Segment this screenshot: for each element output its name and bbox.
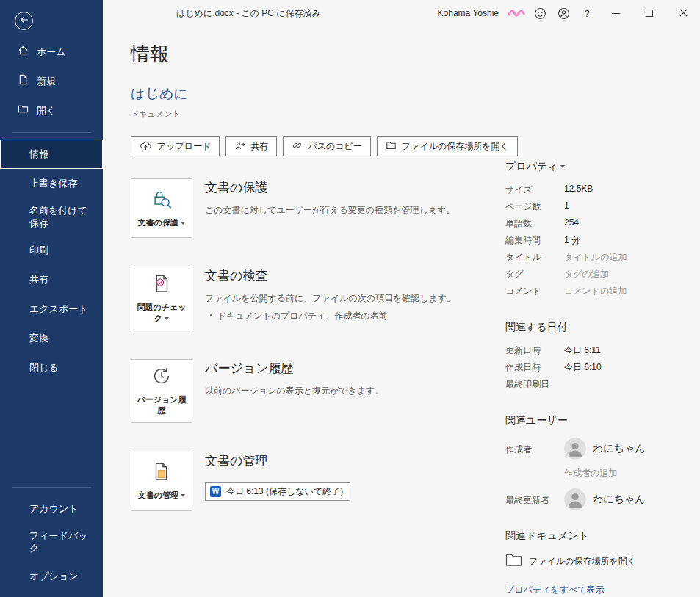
date-row-created: 作成日時 今日 6:10: [505, 361, 671, 378]
section-title: 文書の管理: [205, 452, 350, 469]
check-for-issues-button[interactable]: 問題のチェック: [131, 267, 192, 330]
open-file-location-label: ファイルの保存場所を開く: [402, 140, 509, 153]
modifier-person-card[interactable]: わにちゃん: [564, 488, 646, 510]
document-type-label: ドキュメント: [131, 109, 497, 120]
open-file-location-row-label: ファイルの保存場所を開く: [529, 555, 636, 568]
sidebar-item-save[interactable]: 上書き保存: [0, 169, 103, 198]
property-row-edit-time: 編集時間 1 分: [505, 234, 671, 251]
upload-cloud-icon: [140, 140, 152, 153]
sidebar-item-feedback[interactable]: フィードバック: [0, 524, 103, 562]
related-dates-heading: 関連する日付: [505, 321, 671, 334]
properties-heading[interactable]: プロパティ: [505, 160, 671, 173]
back-arrow-icon: [19, 15, 29, 28]
sidebar-divider: [12, 487, 91, 488]
feedback-smiley-icon[interactable]: [528, 0, 552, 26]
document-name: はじめに: [131, 84, 497, 104]
related-people-heading: 関連ユーザー: [505, 414, 671, 427]
share-icon: [234, 140, 245, 153]
protect-document-button[interactable]: 文書の保護: [131, 178, 192, 238]
close-icon: [679, 7, 688, 20]
sidebar-item-label: 変換: [29, 333, 48, 345]
sidebar-item-transform[interactable]: 変換: [0, 325, 103, 354]
show-all-properties-link[interactable]: プロパティをすべて表示: [505, 584, 605, 596]
bullet-icon: [210, 314, 212, 316]
sidebar-item-label: 上書き保存: [29, 178, 77, 190]
word-app-icon: W: [210, 486, 221, 497]
section-description: 以前のバージョンの表示と復元ができます。: [205, 384, 383, 397]
minimize-icon: [612, 13, 620, 14]
property-row-words: 単語数 254: [505, 217, 671, 234]
share-button-label: 共有: [250, 140, 268, 153]
sidebar-item-label: 印刷: [29, 245, 48, 257]
close-button[interactable]: [666, 0, 700, 26]
maximize-button[interactable]: [632, 0, 666, 26]
property-row-title: タイトル タイトルの追加: [505, 251, 671, 268]
account-user-name[interactable]: Kohama Yoshie: [438, 8, 499, 18]
info-page: 情報 はじめに ドキュメント アップロード 共有: [103, 26, 700, 597]
author-row: 作成者 わにちゃん: [505, 438, 671, 460]
author-person-card[interactable]: わにちゃん: [564, 438, 646, 460]
modifier-name: わにちゃん: [593, 493, 646, 506]
section-protect-document: 文書の保護 文書の保護 この文書に対してユーザーが行える変更の種類を管理します。: [131, 178, 497, 238]
inspect-document-icon: [151, 272, 173, 297]
folder-icon: [386, 140, 397, 153]
minimize-button[interactable]: [599, 0, 632, 26]
unsaved-version-label: 今日 6:13 (保存しないで終了): [226, 485, 343, 498]
section-inspect-document: 問題のチェック 文書の検査 ファイルを公開する前に、ファイルの次の項目を確認しま…: [131, 267, 497, 330]
sidebar-item-label: 開く: [37, 105, 56, 117]
section-description: この文書に対してユーザーが行える変更の種類を管理します。: [205, 203, 455, 217]
sidebar-item-label: 閉じる: [29, 362, 59, 375]
folder-large-icon: [505, 553, 522, 569]
home-icon: [18, 45, 29, 59]
add-title-link[interactable]: タイトルの追加: [564, 251, 627, 264]
sidebar-item-home[interactable]: ホーム: [0, 37, 103, 67]
section-version-history: バージョン履歴 バージョン履歴 以前のバージョンの表示と復元ができます。: [131, 359, 497, 423]
upload-button-label: アップロード: [157, 140, 211, 153]
add-comments-link[interactable]: コメントの追加: [564, 285, 627, 297]
version-history-button-label: バージョン履歴: [134, 394, 190, 417]
sidebar-item-new[interactable]: 新規: [0, 67, 103, 96]
window-title: はじめに.docx - この PC に保存済み: [176, 0, 321, 26]
manage-document-button[interactable]: 文書の管理: [131, 452, 192, 511]
sidebar-item-print[interactable]: 印刷: [0, 236, 103, 266]
word-backstage-window: ホーム 新規 開く 情報 上書き保存 名前を付けて保存 印刷 共有: [0, 0, 700, 597]
sidebar-item-label: アカウント: [29, 503, 79, 515]
open-file-location-button[interactable]: ファイルの保存場所を開く: [377, 136, 518, 156]
related-documents-heading: 関連ドキュメント: [505, 529, 671, 543]
share-button[interactable]: 共有: [225, 136, 277, 156]
sidebar-item-options[interactable]: オプション: [0, 562, 103, 591]
protect-document-button-label: 文書の保護: [138, 217, 185, 228]
date-row-last-printed: 最終印刷日: [505, 378, 671, 395]
sidebar-item-close[interactable]: 閉じる: [0, 354, 103, 383]
section-title: 文書の検査: [205, 267, 455, 284]
sidebar-item-save-as[interactable]: 名前を付けて保存: [0, 198, 103, 236]
sidebar-item-info[interactable]: 情報: [0, 140, 103, 169]
back-button[interactable]: [15, 12, 33, 30]
sidebar-item-export[interactable]: エクスポート: [0, 295, 103, 325]
sidebar-item-share[interactable]: 共有: [0, 266, 103, 295]
sidebar-item-account[interactable]: アカウント: [0, 494, 103, 524]
copy-path-button[interactable]: パスのコピー: [283, 136, 370, 156]
add-tags-link[interactable]: タグの追加: [564, 268, 609, 281]
new-document-icon: [18, 74, 29, 89]
help-button[interactable]: ?: [575, 0, 599, 26]
avatar-scribble[interactable]: [505, 0, 528, 26]
section-manage-document: 文書の管理 文書の管理 W 今日 6:13 (保存しないで終了): [131, 452, 497, 511]
date-row-modified: 更新日時 今日 6:11: [505, 344, 671, 361]
sidebar-item-label: フィードバック: [29, 530, 95, 555]
open-folder-icon: [18, 104, 29, 118]
section-title: バージョン履歴: [205, 360, 383, 377]
add-author-link[interactable]: 作成者の追加: [564, 467, 671, 480]
protect-lock-icon: [151, 188, 173, 213]
version-history-button[interactable]: バージョン履歴: [131, 359, 192, 423]
open-file-location-row[interactable]: ファイルの保存場所を開く: [505, 553, 671, 569]
chevron-down-icon: [560, 165, 565, 168]
account-person-icon[interactable]: [552, 0, 575, 26]
property-row-comments: コメント コメントの追加: [505, 285, 671, 302]
sidebar-item-open[interactable]: 開く: [0, 96, 103, 126]
unsaved-version-entry[interactable]: W 今日 6:13 (保存しないで終了): [205, 482, 350, 501]
upload-button[interactable]: アップロード: [131, 136, 220, 156]
document-actions-toolbar: アップロード 共有 パスのコピー: [131, 136, 497, 156]
manage-document-icon: [151, 460, 173, 485]
sidebar-item-label: エクスポート: [29, 303, 88, 316]
